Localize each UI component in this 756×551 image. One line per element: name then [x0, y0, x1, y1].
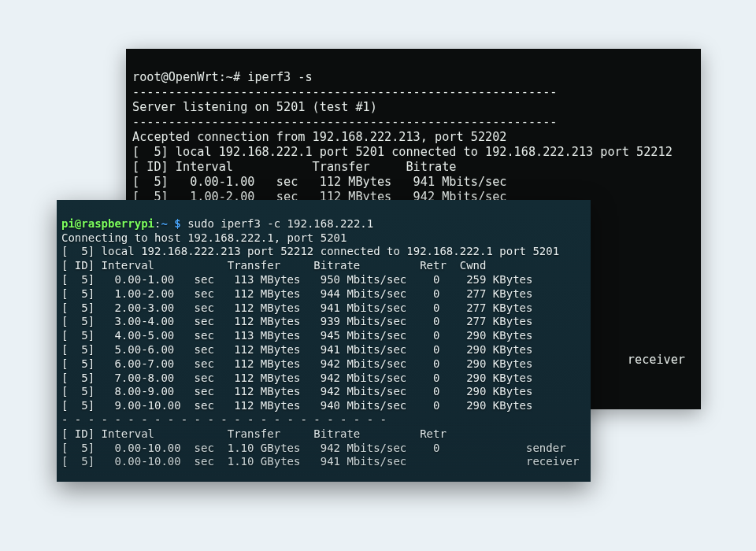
server-accepted: Accepted connection from 192.168.222.213…: [132, 130, 506, 144]
client-local: [ 5] local 192.168.222.213 port 52212 co…: [61, 245, 559, 257]
client-user: pi: [61, 217, 75, 230]
client-command: sudo iperf3 -c 192.168.222.1: [187, 217, 373, 230]
server-connected: [ 5] local 192.168.222.1 port 5201 conne…: [132, 145, 673, 159]
client-terminal-reflection: [ 5] 0.00-10.00 sec 1.10 GBytes 942 Mbit…: [57, 419, 591, 482]
client-sigil: $: [168, 217, 187, 230]
client-row: [ 5] 9.00-10.00 sec 112 MBytes 940 Mbits…: [61, 399, 532, 412]
server-prompt: root@OpenWrt:~#: [132, 70, 247, 84]
client-row: [ 5] 6.00-7.00 sec 112 MBytes 942 Mbits/…: [61, 357, 532, 370]
server-header: [ ID] Interval Transfer Bitrate: [132, 160, 456, 174]
client-row: [ 5] 5.00-6.00 sec 112 MBytes 941 Mbits/…: [61, 343, 532, 356]
client-row: [ 5] 4.00-5.00 sec 113 MBytes 945 Mbits/…: [61, 329, 532, 342]
screenshot-stage: receiver root@OpenWrt:~# iperf3 -s -----…: [0, 0, 756, 551]
server-command: iperf3 -s: [247, 70, 312, 84]
client-host: raspberrypi: [81, 217, 154, 230]
client-header: [ ID] Interval Transfer Bitrate Retr Cwn…: [61, 259, 486, 272]
client-row: [ 5] 7.00-8.00 sec 112 MBytes 942 Mbits/…: [61, 372, 532, 384]
server-row: [ 5] 0.00-1.00 sec 112 MBytes 941 Mbits/…: [132, 175, 506, 189]
server-listening: Server listening on 5201 (test #1): [132, 100, 377, 114]
client-row: [ 5] 0.00-1.00 sec 113 MBytes 950 Mbits/…: [61, 273, 532, 286]
client-row: [ 5] 3.00-4.00 sec 112 MBytes 939 Mbits/…: [61, 315, 532, 327]
client-row: [ 5] 8.00-9.00 sec 112 MBytes 942 Mbits/…: [61, 385, 532, 398]
client-row: [ 5] 2.00-3.00 sec 112 MBytes 941 Mbits/…: [61, 301, 532, 314]
server-rule-2: ----------------------------------------…: [132, 115, 557, 129]
server-receiver-label: receiver: [628, 353, 685, 368]
client-connecting: Connecting to host 192.168.222.1, port 5…: [61, 231, 346, 244]
client-path: ~: [161, 217, 167, 230]
client-row: [ 5] 1.00-2.00 sec 112 MBytes 944 Mbits/…: [61, 287, 532, 300]
server-rule-1: ----------------------------------------…: [132, 85, 557, 99]
